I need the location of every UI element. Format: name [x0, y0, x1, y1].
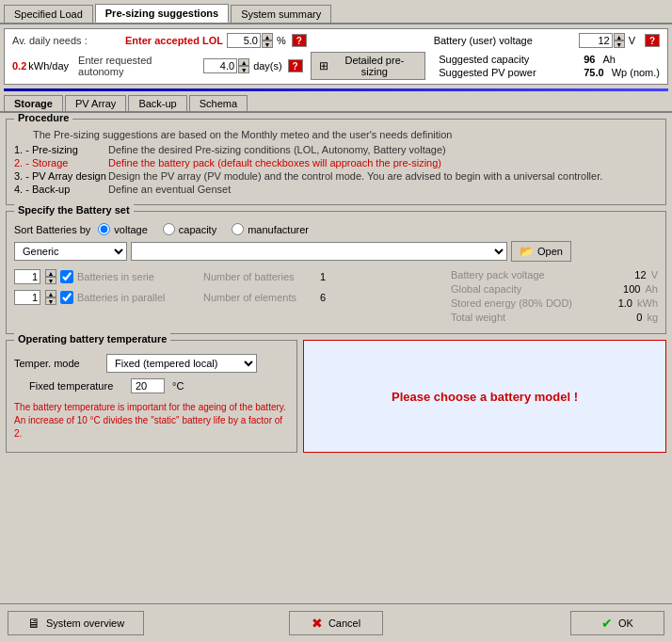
voltage-help[interactable]: ?	[645, 34, 660, 47]
tab-pre-sizing[interactable]: Pre-sizing suggestions	[95, 4, 229, 23]
battery-voltage-input[interactable]: 12	[579, 33, 613, 48]
battery-dropdown2[interactable]	[131, 242, 507, 261]
temp-note: The battery temperature is important for…	[14, 401, 289, 441]
sort-capacity-radio[interactable]	[163, 223, 175, 235]
pack-voltage-value: 12	[634, 269, 646, 280]
battery-spec-title: Specify the Battery set	[14, 204, 134, 216]
num-elements-label: Number of elements	[203, 292, 316, 303]
voltage-down[interactable]: ▼	[614, 40, 625, 48]
main-tab-bar: Specified Load Pre-sizing suggestions Sy…	[0, 0, 672, 24]
battery-spec-group: Specify the Battery set Sort Batteries b…	[6, 211, 666, 334]
parallel-spinner[interactable]	[14, 290, 40, 305]
battery-warning-text: Please choose a battery model !	[392, 390, 578, 404]
lol-help[interactable]: ?	[292, 34, 307, 47]
top-panel: Av. daily needs : Enter accepted LOL 5.0…	[4, 28, 668, 85]
fixed-temp-unit: °C	[172, 380, 184, 392]
stored-energy-value: 1.0	[618, 297, 632, 309]
autonomy-input[interactable]: 4.0	[203, 58, 237, 73]
total-weight-label: Total weight	[451, 312, 505, 323]
parallel-checkbox[interactable]	[60, 291, 73, 304]
sort-voltage-radio[interactable]	[98, 223, 110, 235]
serie-checkbox[interactable]	[60, 270, 73, 283]
detailed-btn-label: Detailed pre-sizing	[332, 55, 418, 77]
tab-system-summary[interactable]: System summary	[231, 5, 331, 23]
open-button[interactable]: 📂 Open	[511, 241, 571, 262]
sort-voltage-label: voltage	[114, 224, 147, 235]
stored-energy-label: Stored energy (80% DOD)	[451, 297, 572, 309]
footer-right: ✔ OK	[448, 611, 664, 635]
autonomy-label: Enter requested autonomy	[78, 55, 200, 77]
proc-step2-desc: Define the battery pack (default checkbo…	[108, 157, 441, 168]
tab-schema[interactable]: Schema	[189, 95, 248, 111]
suggested-capacity-value: 96	[584, 54, 595, 65]
sort-voltage-option[interactable]: voltage	[98, 223, 147, 235]
proc-step4-desc: Define an eventual Genset	[108, 184, 231, 195]
sort-capacity-label: capacity	[179, 224, 216, 235]
battery-left-panel: ▲ ▼ Batteries in serie Number of batteri…	[14, 269, 432, 326]
autonomy-down[interactable]: ▼	[238, 66, 249, 73]
sort-capacity-option[interactable]: capacity	[163, 223, 216, 235]
detailed-presizing-btn[interactable]: ⊞ Detailed pre-sizing	[311, 52, 426, 80]
ok-button[interactable]: ✔ OK	[570, 611, 664, 635]
footer: 🖥 System overview ✖ Cancel ✔ OK	[0, 603, 672, 641]
autonomy-help[interactable]: ?	[288, 59, 303, 72]
parallel-label: Batteries in parallel	[77, 292, 200, 303]
cancel-btn-label: Cancel	[328, 617, 360, 629]
battery-right-panel: Battery pack voltage 12 V Global capacit…	[451, 269, 658, 326]
suggested-pv-value: 75.0	[584, 67, 603, 78]
proc-step1-desc: Define the desired Pre-sizing conditions…	[108, 144, 446, 155]
suggested-pv-unit: Wp (nom.)	[612, 67, 660, 78]
cancel-button[interactable]: ✖ Cancel	[289, 611, 383, 635]
stored-energy-unit: kWh	[637, 297, 658, 309]
serie-label: Batteries in serie	[77, 271, 200, 282]
proc-step1-num: 1. - Pre-sizing	[14, 144, 108, 155]
op-temp-title: Operating battery temperature	[14, 333, 170, 345]
fixed-temp-label: Fixed temperature	[29, 380, 123, 392]
num-batteries-value: 1	[320, 271, 326, 282]
tab-pv-array[interactable]: PV Array	[65, 95, 126, 111]
proc-step3-num: 3. - PV Array design	[14, 170, 108, 182]
khw-value: 0.2	[12, 60, 26, 72]
overview-btn-label: System overview	[46, 617, 124, 629]
suggested-capacity-unit: Ah	[602, 54, 615, 65]
procedure-title: Procedure	[14, 113, 72, 123]
lol-input[interactable]: 5.0	[227, 33, 261, 48]
lol-up[interactable]: ▲	[262, 33, 273, 40]
sec-tab-bar: Storage PV Array Back-up Schema	[0, 91, 672, 113]
fixed-temp-input[interactable]: 20	[131, 378, 165, 393]
parallel-down[interactable]: ▼	[45, 297, 56, 305]
serie-up[interactable]: ▲	[45, 269, 56, 277]
lol-down[interactable]: ▼	[262, 40, 273, 48]
battery-warning-box: Please choose a battery model !	[303, 340, 666, 453]
serie-spinner[interactable]	[14, 269, 40, 284]
av-daily-label: Av. daily needs :	[12, 35, 125, 46]
voltage-up[interactable]: ▲	[614, 33, 625, 40]
temp-mode-label: Temper. mode	[14, 358, 99, 369]
num-batteries-label: Number of batteries	[203, 271, 316, 282]
cancel-icon: ✖	[312, 616, 323, 631]
sort-manufacturer-option[interactable]: manufacturer	[232, 223, 309, 235]
tab-storage[interactable]: Storage	[4, 95, 63, 111]
serie-down[interactable]: ▼	[45, 277, 56, 284]
parallel-up[interactable]: ▲	[45, 290, 56, 297]
autonomy-unit: day(s)	[253, 60, 282, 72]
procedure-group: Procedure The Pre-sizing suggestions are…	[6, 119, 666, 205]
footer-center: ✖ Cancel	[228, 611, 444, 635]
tab-back-up[interactable]: Back-up	[128, 95, 186, 111]
system-overview-btn[interactable]: 🖥 System overview	[8, 611, 144, 635]
proc-step3-desc: Design the PV array (PV module) and the …	[108, 170, 602, 182]
open-btn-label: Open	[537, 246, 563, 257]
grid-icon: ⊞	[319, 59, 328, 72]
battery-dropdown1[interactable]: Generic	[14, 242, 127, 261]
pack-voltage-label: Battery pack voltage	[451, 269, 545, 280]
total-weight-unit: kg	[647, 312, 658, 323]
sort-manufacturer-radio[interactable]	[232, 223, 244, 235]
temp-mode-select[interactable]: Fixed (tempered local) Variable Monthly	[106, 354, 257, 373]
content-area: Procedure The Pre-sizing suggestions are…	[0, 113, 672, 594]
battery-voltage-label: Battery (user) voltage	[434, 35, 575, 46]
autonomy-up[interactable]: ▲	[238, 58, 249, 66]
open-icon: 📂	[520, 245, 534, 258]
tab-specified-load[interactable]: Specified Load	[4, 5, 93, 23]
pack-voltage-unit: V	[651, 269, 658, 280]
monitor-icon: 🖥	[27, 616, 40, 631]
